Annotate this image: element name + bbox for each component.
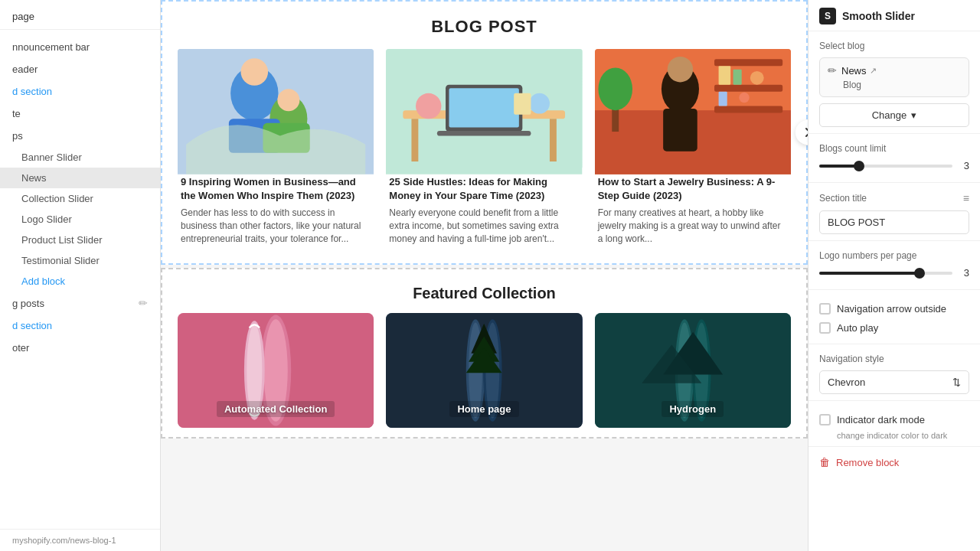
select-blog-label: Select blog — [819, 41, 969, 51]
svg-rect-21 — [714, 106, 782, 113]
sidebar-item-testimonial-slider[interactable]: Testimonial Slider — [0, 250, 160, 271]
nav-style-value: Chevron — [828, 377, 865, 388]
sidebar-item-banner-slider[interactable]: Banner Slider — [0, 147, 160, 168]
panel-section-title: Section title ≡ — [808, 183, 980, 241]
slider-icon: S — [819, 8, 836, 24]
svg-point-26 — [739, 93, 749, 103]
panel-select-blog: Select blog ✏ News ↗ Blog Change ▾ — [808, 31, 980, 134]
svg-point-31 — [598, 68, 632, 111]
panel-header: S Smooth Slider — [808, 0, 980, 31]
svg-rect-22 — [718, 66, 730, 85]
change-button[interactable]: Change ▾ — [819, 103, 969, 127]
blog-post-section-wrapper: BLOG POST — [161, 0, 808, 265]
blogs-count-value: 3 — [959, 160, 969, 171]
header-label: eader — [12, 64, 38, 75]
chevron-updown-icon: ⇅ — [952, 377, 961, 388]
main-content: BLOG POST — [161, 0, 808, 551]
blog-card-3-body: How to Start a Jewelry Business: A 9-Ste… — [595, 168, 791, 248]
sidebar-item-collection-slider[interactable]: Collection Slider — [0, 188, 160, 209]
svg-rect-16 — [514, 93, 531, 115]
logo-numbers-slider-thumb[interactable] — [914, 268, 925, 279]
add-block-button[interactable]: Add block — [0, 271, 160, 292]
sidebar-item-footer[interactable]: oter — [0, 337, 160, 359]
sidebar-item-logo-slider[interactable]: Logo Slider — [0, 209, 160, 230]
collection-card-2-bg: Home page — [386, 313, 582, 428]
svg-rect-29 — [663, 109, 697, 152]
sidebar-item-product-list-slider[interactable]: Product List Slider — [0, 230, 160, 250]
panel-indicator-dark: Indicator dark mode change indicator col… — [808, 401, 980, 447]
collection-card-1-label: Automated Collection — [217, 401, 335, 417]
sidebar-item-template[interactable]: te — [0, 103, 160, 125]
edit-icon: ✏ — [139, 297, 148, 309]
nav-arrow-outside-label: Navigation arrow outside — [837, 303, 946, 315]
collection-card-3: Hydrogen — [595, 313, 791, 428]
sidebar-blog-posts[interactable]: g posts ✏ — [0, 292, 160, 315]
indicator-dark-sub: change indicator color to dark — [819, 431, 969, 440]
nav-style-select[interactable]: Chevron ⇅ — [819, 370, 969, 394]
collection-card-3-label: Hydrogen — [662, 401, 724, 417]
svg-rect-19 — [714, 59, 782, 66]
indicator-dark-row: Indicator dark mode — [819, 410, 969, 429]
blogs-count-slider-thumb[interactable] — [854, 161, 864, 171]
blog-card-2-title: 25 Side Hustles: Ideas for Making Money … — [389, 175, 579, 202]
indicator-dark-checkbox[interactable] — [819, 414, 831, 425]
collection-card-2-label: Home page — [449, 401, 518, 417]
section-title-input[interactable] — [819, 210, 969, 234]
panel-nav-style: Navigation style Chevron ⇅ — [808, 344, 980, 401]
sidebar-item-apps[interactable]: ps — [0, 125, 160, 147]
sidebar-section-list: nnouncement bar eader d section te ps Ba… — [0, 30, 160, 529]
collection-cards: Automated Collection — [178, 313, 791, 428]
sidebar-add-section-1[interactable]: d section — [0, 80, 160, 103]
collection-card-2: Home page — [386, 313, 582, 428]
svg-point-2 — [240, 58, 268, 86]
remove-block-label: Remove block — [836, 457, 899, 468]
sidebar-item-news[interactable]: News — [0, 168, 160, 188]
featured-collection-title: Featured Collection — [178, 285, 791, 302]
blog-card-2: 25 Side Hustles: Ideas for Making Money … — [386, 49, 582, 248]
blogs-count-slider[interactable] — [819, 165, 952, 168]
nav-arrow-outside-row: Navigation arrow outside — [819, 299, 969, 318]
apps-label: ps — [12, 130, 23, 142]
blog-card-1-title: 9 Inspiring Women in Business—and the Wo… — [181, 175, 371, 202]
svg-point-14 — [416, 93, 441, 119]
logo-numbers-slider-row: 3 — [819, 267, 969, 279]
blog-card-3-image — [595, 49, 791, 168]
collection-card-1: Automated Collection — [178, 313, 374, 428]
auto-play-row: Auto play — [819, 318, 969, 337]
svg-rect-9 — [412, 119, 419, 161]
svg-rect-12 — [449, 88, 519, 127]
svg-point-24 — [750, 71, 764, 85]
logo-numbers-slider[interactable] — [819, 272, 952, 275]
blog-card-1-body: 9 Inspiring Women in Business—and the Wo… — [178, 168, 374, 248]
panel-blogs-count: Blogs count limit 3 — [808, 134, 980, 183]
announcement-label: nnouncement bar — [12, 41, 90, 53]
right-panel: S Smooth Slider Select blog ✏ News ↗ Blo… — [808, 0, 980, 551]
blog-post-section: BLOG POST — [161, 0, 808, 265]
nav-arrow-outside-checkbox[interactable] — [819, 303, 831, 315]
panel-nav-arrow: Navigation arrow outside Auto play — [808, 290, 980, 344]
featured-collection-section: Featured Collection Automated C — [161, 268, 808, 439]
blog-card-2-image — [386, 49, 582, 168]
template-label: te — [12, 108, 21, 119]
svg-rect-20 — [714, 85, 782, 92]
blogs-count-slider-row: 3 — [819, 160, 969, 171]
blogs-count-label: Blogs count limit — [819, 143, 969, 154]
auto-play-checkbox[interactable] — [819, 322, 831, 334]
svg-point-4 — [277, 89, 299, 111]
indicator-dark-label: Indicator dark mode — [837, 414, 925, 425]
sidebar-item-announcement[interactable]: nnouncement bar — [0, 36, 160, 58]
svg-point-15 — [530, 93, 550, 114]
remove-block-row[interactable]: 🗑 Remove block — [808, 447, 980, 478]
collection-card-1-bg: Automated Collection — [178, 313, 374, 428]
sidebar-url: myshopify.com/news-blog-1 — [0, 529, 160, 551]
blog-post-title: BLOG POST — [178, 17, 791, 37]
blog-card-3-title: How to Start a Jewelry Business: A 9-Ste… — [598, 175, 788, 202]
sidebar-item-header[interactable]: eader — [0, 58, 160, 80]
left-sidebar: page nnouncement bar eader d section te … — [0, 0, 161, 551]
svg-rect-25 — [718, 92, 727, 106]
blog-card-2-excerpt: Nearly everyone could benefit from a lit… — [389, 207, 579, 245]
sidebar-add-section-2[interactable]: d section — [0, 315, 160, 337]
blog-card-1-excerpt: Gender has less to do with success in bu… — [181, 207, 371, 245]
blog-card-2-body: 25 Side Hustles: Ideas for Making Money … — [386, 168, 582, 248]
slider-name: Smooth Slider — [842, 10, 915, 22]
